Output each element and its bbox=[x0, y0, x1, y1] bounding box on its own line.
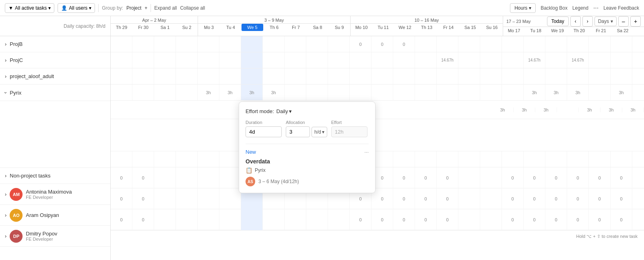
cell bbox=[263, 68, 285, 84]
cell bbox=[480, 209, 502, 230]
task-date: 3 – 6 May (4d/12h) bbox=[258, 179, 299, 184]
am-expand[interactable]: › bbox=[5, 191, 6, 197]
cell bbox=[502, 36, 524, 52]
cell: 0 bbox=[415, 167, 437, 188]
groupby-value[interactable]: Project bbox=[126, 5, 141, 11]
dp-grid-row: 00 00000 000000 bbox=[111, 209, 644, 230]
cell: 0 bbox=[524, 167, 545, 188]
add-group-button[interactable]: + bbox=[144, 5, 147, 11]
day-mo17: Mo 17 bbox=[503, 27, 525, 34]
more-options-button[interactable]: ··· bbox=[593, 4, 599, 12]
today-button[interactable]: Today bbox=[547, 17, 569, 26]
cell bbox=[372, 52, 393, 68]
cell bbox=[611, 52, 632, 68]
day-su2: Su 2 bbox=[176, 24, 198, 31]
cell: 3h bbox=[492, 107, 514, 112]
duration-input[interactable] bbox=[246, 126, 282, 137]
day-sa15: Sa 15 bbox=[459, 24, 481, 31]
pyrix-blocks-grid: 3 3 3 3 3h 3h 3h 3h 3h 3h bbox=[111, 101, 644, 119]
cell bbox=[372, 85, 393, 100]
cell bbox=[524, 151, 545, 167]
aloof-chevron[interactable]: › bbox=[5, 73, 6, 79]
prev-button[interactable]: ‹ bbox=[570, 16, 581, 27]
cell: 0 bbox=[611, 188, 632, 209]
ao-name: Aram Osipyan bbox=[26, 212, 59, 218]
dp-expand[interactable]: › bbox=[5, 233, 6, 239]
cell: 3h bbox=[514, 107, 535, 112]
cell bbox=[458, 188, 480, 209]
allocation-wrap: h/d ▾ bbox=[286, 126, 327, 137]
toolbar-left: ▼ All active tasks ▾ 👤 All users ▾ Group… bbox=[5, 3, 507, 13]
collapse-all-button[interactable]: Collapse all bbox=[180, 5, 205, 11]
grid-area: Apr – 2 May Th 29 Fr 30 Sa 1 Su 2 3 – 9 … bbox=[111, 16, 644, 260]
cell bbox=[219, 188, 241, 209]
cell bbox=[437, 85, 458, 100]
pyrix-chevron[interactable]: › bbox=[3, 92, 9, 93]
projb-row: › ProjB bbox=[0, 36, 110, 52]
cell bbox=[502, 52, 524, 68]
cell: 0 bbox=[393, 188, 415, 209]
hours-button[interactable]: Hours ▾ bbox=[510, 3, 536, 13]
cell bbox=[480, 151, 502, 167]
leave-feedback-button[interactable]: Leave Feedback bbox=[603, 5, 639, 11]
alloc-unit-chevron: ▾ bbox=[322, 129, 324, 135]
cell bbox=[589, 85, 611, 100]
new-badge[interactable]: New bbox=[246, 149, 256, 155]
users-label: All users bbox=[69, 5, 87, 11]
users-filter[interactable]: 👤 All users ▾ bbox=[58, 3, 95, 13]
cell bbox=[241, 52, 263, 68]
next-button[interactable]: › bbox=[582, 16, 593, 27]
cell bbox=[198, 68, 219, 84]
cell bbox=[132, 36, 154, 52]
effort-mode-value[interactable]: Daily ▾ bbox=[277, 108, 292, 114]
hours-label: Hours bbox=[514, 5, 527, 11]
capacity-label: Daily capacity: 8h/d bbox=[64, 23, 105, 29]
cell bbox=[567, 36, 589, 52]
legend-button[interactable]: Legend bbox=[572, 5, 588, 11]
week-apr-label: Apr – 2 May bbox=[111, 16, 198, 24]
cell bbox=[589, 36, 611, 52]
cell bbox=[176, 151, 198, 167]
nonproj-chevron[interactable]: › bbox=[5, 173, 6, 179]
active-tasks-filter[interactable]: ▼ All active tasks ▾ bbox=[5, 3, 54, 13]
cell bbox=[306, 68, 328, 84]
zoom-in-button[interactable]: + bbox=[630, 16, 641, 27]
cell: 3h bbox=[545, 85, 567, 100]
projc-chevron[interactable]: › bbox=[5, 57, 6, 63]
ao-expand[interactable]: › bbox=[5, 212, 6, 218]
projb-chevron[interactable]: › bbox=[5, 41, 6, 47]
cell: 0 bbox=[350, 36, 372, 52]
task-more-dots[interactable]: ··· bbox=[364, 149, 369, 155]
projc-cells: 14.67h 14.67h14.67h bbox=[111, 52, 632, 68]
allocation-input[interactable] bbox=[286, 126, 310, 137]
cell: 0 bbox=[567, 209, 589, 230]
cell bbox=[154, 209, 176, 230]
cell bbox=[480, 52, 502, 68]
cell: 0 bbox=[589, 209, 611, 230]
cell bbox=[393, 85, 415, 100]
week-10-16-label: 10 – 16 May bbox=[351, 16, 503, 24]
cell bbox=[502, 85, 524, 100]
day-sa22: Sa 22 bbox=[612, 27, 634, 34]
allocation-unit-selector[interactable]: h/d ▾ bbox=[312, 127, 327, 137]
cell bbox=[611, 36, 632, 52]
cell bbox=[545, 52, 567, 68]
cell bbox=[198, 188, 219, 209]
task-user-avatar: AS bbox=[246, 177, 255, 186]
user-am-row: › AM Antonina Maximova FE Developer bbox=[0, 184, 110, 205]
cell bbox=[480, 188, 502, 209]
zoom-out-button[interactable]: – bbox=[618, 16, 629, 27]
expand-all-button[interactable]: Expand all bbox=[154, 5, 177, 11]
cell bbox=[176, 36, 198, 52]
cell bbox=[557, 107, 579, 112]
cell: 14.67h bbox=[437, 52, 458, 68]
cell: 0 bbox=[567, 167, 589, 188]
days-selector[interactable]: Days ▾ bbox=[594, 17, 617, 26]
cell: 3h bbox=[611, 85, 632, 100]
week-3-9may-days: Mo 3 Tu 4 We 5 Th 6 Fr 7 Sa 8 Su 9 bbox=[198, 24, 350, 31]
backlog-box-button[interactable]: Backlog Box bbox=[541, 5, 568, 11]
nonproj-label: Non-project tasks bbox=[10, 173, 50, 179]
projb-cells: 000 bbox=[111, 36, 632, 52]
effort-group: Effort bbox=[331, 120, 367, 137]
cell: 0 bbox=[437, 209, 458, 230]
